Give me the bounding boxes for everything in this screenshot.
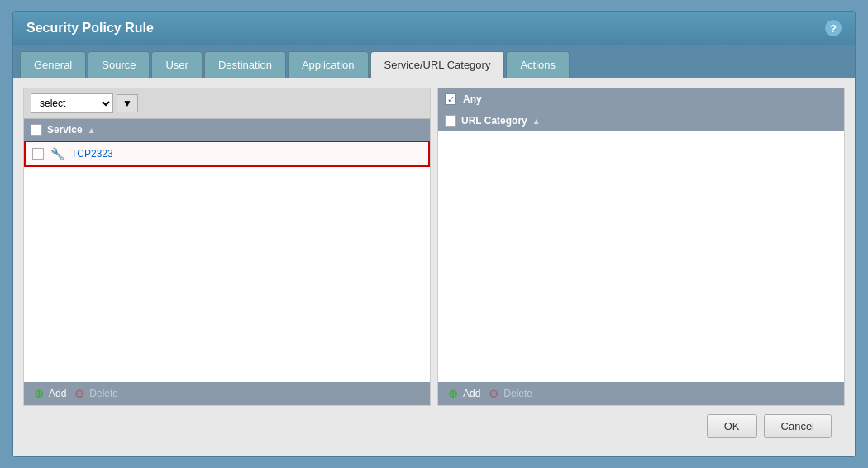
any-label: Any bbox=[463, 93, 482, 105]
any-row: ✓ Any bbox=[438, 88, 844, 110]
service-panel-footer: ⊕ Add ⊖ Delete bbox=[24, 382, 430, 405]
service-type-icon: 🔧 bbox=[50, 147, 64, 160]
service-all-checkbox[interactable] bbox=[31, 124, 42, 136]
service-add-label: Add bbox=[49, 388, 66, 399]
cancel-button[interactable]: Cancel bbox=[764, 414, 832, 438]
tab-source[interactable]: Source bbox=[88, 51, 150, 78]
add-icon: ⊕ bbox=[32, 387, 45, 400]
service-delete-label: Delete bbox=[89, 388, 118, 399]
add-icon: ⊕ bbox=[446, 387, 460, 400]
service-select[interactable]: select bbox=[31, 93, 113, 113]
tab-actions[interactable]: Actions bbox=[506, 51, 570, 78]
service-panel: select ▼ Service ▲ 🔧 TCP2323 bbox=[23, 88, 431, 406]
tab-application[interactable]: Application bbox=[288, 51, 369, 78]
tab-destination[interactable]: Destination bbox=[204, 51, 286, 78]
item-label: TCP2323 bbox=[71, 148, 113, 160]
dialog-content: select ▼ Service ▲ 🔧 TCP2323 bbox=[13, 78, 855, 456]
tab-general[interactable]: General bbox=[20, 51, 86, 78]
help-icon[interactable]: ? bbox=[825, 20, 842, 36]
ok-button[interactable]: OK bbox=[707, 414, 757, 438]
dialog-footer: OK Cancel bbox=[23, 406, 845, 447]
dialog-title: Security Policy Rule bbox=[26, 21, 154, 36]
service-sort-icon: ▲ bbox=[88, 126, 96, 135]
url-category-panel-footer: ⊕ Add ⊖ Delete bbox=[438, 382, 844, 405]
url-category-list bbox=[438, 131, 844, 382]
url-sort-icon: ▲ bbox=[532, 117, 541, 126]
service-add-button[interactable]: ⊕ Add bbox=[32, 387, 66, 400]
service-panel-controls: select ▼ bbox=[24, 88, 430, 119]
url-add-label: Add bbox=[463, 388, 480, 399]
tab-bar: General Source User Destination Applicat… bbox=[13, 45, 855, 78]
url-delete-button[interactable]: ⊖ Delete bbox=[487, 387, 532, 400]
url-all-checkbox[interactable] bbox=[445, 115, 456, 127]
tab-user[interactable]: User bbox=[151, 51, 202, 78]
url-delete-label: Delete bbox=[503, 388, 532, 399]
panels-container: select ▼ Service ▲ 🔧 TCP2323 bbox=[23, 88, 845, 406]
service-column-header: Service ▲ bbox=[24, 119, 430, 141]
item-checkbox[interactable] bbox=[32, 148, 44, 160]
delete-icon: ⊖ bbox=[487, 387, 500, 400]
list-item[interactable]: 🔧 TCP2323 bbox=[24, 141, 430, 167]
delete-icon: ⊖ bbox=[73, 387, 86, 400]
security-policy-rule-dialog: Security Policy Rule ? General Source Us… bbox=[12, 11, 856, 457]
service-column-label: Service bbox=[47, 124, 83, 136]
dialog-header: Security Policy Rule ? bbox=[13, 12, 855, 45]
url-category-column-label: URL Category bbox=[461, 115, 527, 127]
any-checkbox[interactable]: ✓ bbox=[445, 93, 456, 105]
service-dropdown-btn[interactable]: ▼ bbox=[117, 94, 138, 112]
url-add-button[interactable]: ⊕ Add bbox=[446, 387, 480, 400]
url-category-panel: ✓ Any URL Category ▲ ⊕ Add bbox=[437, 88, 845, 406]
tab-service-url[interactable]: Service/URL Category bbox=[370, 51, 505, 78]
url-category-column-header: URL Category ▲ bbox=[438, 110, 844, 131]
service-delete-button[interactable]: ⊖ Delete bbox=[73, 387, 118, 400]
service-list: 🔧 TCP2323 bbox=[24, 141, 430, 382]
